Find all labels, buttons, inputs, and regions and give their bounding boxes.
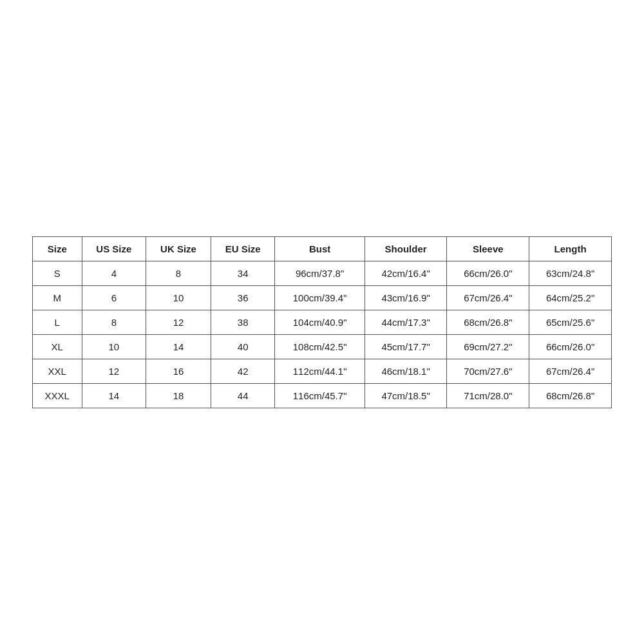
header-bust: Bust bbox=[275, 236, 365, 261]
table-row: XL101440108cm/42.5"45cm/17.7"69cm/27.2"6… bbox=[33, 334, 612, 359]
cell-uk_size: 10 bbox=[146, 285, 211, 310]
cell-sleeve: 68cm/26.8" bbox=[447, 310, 529, 334]
cell-us_size: 14 bbox=[82, 383, 146, 408]
header-sleeve: Sleeve bbox=[447, 236, 529, 261]
cell-shoulder: 43cm/16.9" bbox=[365, 285, 447, 310]
cell-bust: 100cm/39.4" bbox=[275, 285, 365, 310]
cell-eu_size: 42 bbox=[211, 359, 275, 383]
cell-sleeve: 71cm/28.0" bbox=[447, 383, 529, 408]
cell-length: 67cm/26.4" bbox=[529, 359, 612, 383]
size-chart-container: Size US Size UK Size EU Size Bust Should… bbox=[32, 236, 612, 408]
size-chart-table: Size US Size UK Size EU Size Bust Should… bbox=[32, 236, 612, 408]
cell-us_size: 4 bbox=[82, 261, 146, 285]
table-row: S483496cm/37.8"42cm/16.4"66cm/26.0"63cm/… bbox=[33, 261, 612, 285]
cell-shoulder: 46cm/18.1" bbox=[365, 359, 447, 383]
table-row: L81238104cm/40.9"44cm/17.3"68cm/26.8"65c… bbox=[33, 310, 612, 334]
cell-size: XXL bbox=[33, 359, 82, 383]
table-body: S483496cm/37.8"42cm/16.4"66cm/26.0"63cm/… bbox=[33, 261, 612, 408]
cell-uk_size: 12 bbox=[146, 310, 211, 334]
table-row: XXXL141844116cm/45.7"47cm/18.5"71cm/28.0… bbox=[33, 383, 612, 408]
cell-eu_size: 44 bbox=[211, 383, 275, 408]
cell-us_size: 12 bbox=[82, 359, 146, 383]
cell-uk_size: 8 bbox=[146, 261, 211, 285]
header-uk-size: UK Size bbox=[146, 236, 211, 261]
cell-shoulder: 47cm/18.5" bbox=[365, 383, 447, 408]
header-size: Size bbox=[33, 236, 82, 261]
cell-shoulder: 44cm/17.3" bbox=[365, 310, 447, 334]
header-length: Length bbox=[529, 236, 612, 261]
cell-shoulder: 42cm/16.4" bbox=[365, 261, 447, 285]
cell-length: 68cm/26.8" bbox=[529, 383, 612, 408]
cell-size: M bbox=[33, 285, 82, 310]
cell-eu_size: 36 bbox=[211, 285, 275, 310]
header-eu-size: EU Size bbox=[211, 236, 275, 261]
cell-us_size: 10 bbox=[82, 334, 146, 359]
cell-uk_size: 18 bbox=[146, 383, 211, 408]
cell-eu_size: 38 bbox=[211, 310, 275, 334]
cell-uk_size: 14 bbox=[146, 334, 211, 359]
cell-sleeve: 69cm/27.2" bbox=[447, 334, 529, 359]
header-us-size: US Size bbox=[82, 236, 146, 261]
cell-sleeve: 66cm/26.0" bbox=[447, 261, 529, 285]
cell-bust: 112cm/44.1" bbox=[275, 359, 365, 383]
cell-length: 66cm/26.0" bbox=[529, 334, 612, 359]
cell-length: 63cm/24.8" bbox=[529, 261, 612, 285]
cell-bust: 96cm/37.8" bbox=[275, 261, 365, 285]
table-row: XXL121642112cm/44.1"46cm/18.1"70cm/27.6"… bbox=[33, 359, 612, 383]
cell-bust: 108cm/42.5" bbox=[275, 334, 365, 359]
cell-size: S bbox=[33, 261, 82, 285]
header-row: Size US Size UK Size EU Size Bust Should… bbox=[33, 236, 612, 261]
table-row: M61036100cm/39.4"43cm/16.9"67cm/26.4"64c… bbox=[33, 285, 612, 310]
cell-eu_size: 40 bbox=[211, 334, 275, 359]
cell-length: 64cm/25.2" bbox=[529, 285, 612, 310]
cell-uk_size: 16 bbox=[146, 359, 211, 383]
cell-shoulder: 45cm/17.7" bbox=[365, 334, 447, 359]
cell-us_size: 8 bbox=[82, 310, 146, 334]
cell-us_size: 6 bbox=[82, 285, 146, 310]
cell-eu_size: 34 bbox=[211, 261, 275, 285]
cell-size: L bbox=[33, 310, 82, 334]
cell-length: 65cm/25.6" bbox=[529, 310, 612, 334]
header-shoulder: Shoulder bbox=[365, 236, 447, 261]
cell-sleeve: 67cm/26.4" bbox=[447, 285, 529, 310]
cell-size: XL bbox=[33, 334, 82, 359]
cell-size: XXXL bbox=[33, 383, 82, 408]
cell-sleeve: 70cm/27.6" bbox=[447, 359, 529, 383]
cell-bust: 116cm/45.7" bbox=[275, 383, 365, 408]
table-header: Size US Size UK Size EU Size Bust Should… bbox=[33, 236, 612, 261]
cell-bust: 104cm/40.9" bbox=[275, 310, 365, 334]
